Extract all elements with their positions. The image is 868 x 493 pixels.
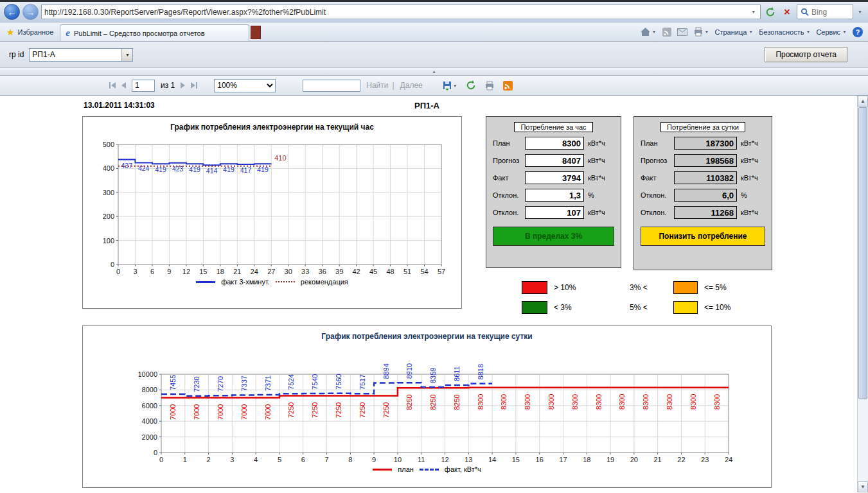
printer-icon: [693, 27, 704, 37]
find-input[interactable]: [303, 80, 360, 92]
find-link[interactable]: Найти: [366, 81, 388, 90]
hour-chart-legend: факт 3-хминут. рекомендация: [83, 278, 461, 286]
threshold-label: <= 5%: [704, 283, 727, 292]
svg-text:8611: 8611: [453, 366, 461, 381]
find-separator: |: [392, 81, 394, 90]
threshold-legend: > 10% 3% < <= 5% < 3% 5% < <= 10%: [522, 281, 792, 320]
svg-text:1: 1: [183, 456, 187, 463]
first-page-button[interactable]: [109, 82, 116, 89]
svg-text:7540: 7540: [311, 374, 319, 390]
svg-text:7000: 7000: [193, 404, 200, 420]
row-label: План: [641, 139, 674, 147]
fact-line-sample: [196, 281, 215, 283]
row-value: 1,3: [525, 189, 584, 202]
refresh-report-button[interactable]: [466, 80, 476, 91]
svg-text:45: 45: [369, 268, 377, 275]
search-box[interactable]: Bing: [797, 4, 853, 19]
report-parameter-bar: rp id РП1-А ▼ Просмотр отчета: [0, 42, 868, 68]
print-button[interactable]: ▼: [693, 27, 709, 37]
hour-chart-plot: 0369121518212427303336394245485154570100…: [83, 133, 461, 278]
previous-page-arrow-icon: [121, 82, 126, 89]
print-report-button[interactable]: [484, 81, 495, 91]
svg-text:8: 8: [348, 456, 352, 463]
svg-text:100: 100: [103, 237, 114, 245]
svg-text:7524: 7524: [287, 374, 295, 390]
parameter-splitter[interactable]: ▴: [0, 68, 868, 76]
report-viewer-toolbar: из 1 100% Найти | Далее ▼: [0, 76, 868, 96]
find-next-link[interactable]: Далее: [400, 81, 423, 90]
hour-chart-title: График потребления электроэнергии на тек…: [83, 123, 461, 132]
plan-line-sample: [373, 469, 392, 471]
home-icon: [640, 27, 651, 37]
tab-stub[interactable]: [251, 26, 261, 39]
browser-tab[interactable]: e PubLimit – Средство просмотра отчетов: [60, 24, 249, 41]
view-report-button[interactable]: Просмотр отчета: [765, 47, 847, 62]
svg-text:33: 33: [301, 268, 309, 275]
page-menu[interactable]: Страница ▼: [714, 28, 753, 36]
tools-menu[interactable]: Сервис ▼: [816, 28, 847, 36]
rp-id-select[interactable]: РП1-А ▼: [29, 48, 133, 62]
row-value: 198568: [674, 154, 737, 167]
row-unit: кВт*ч: [588, 174, 605, 182]
svg-text:8359: 8359: [429, 368, 437, 383]
export-dropdown-icon: ▼: [453, 83, 457, 88]
read-mail-button[interactable]: [677, 28, 687, 36]
refresh-button[interactable]: [763, 5, 777, 19]
forward-button[interactable]: →: [22, 4, 39, 20]
svg-text:39: 39: [335, 268, 343, 275]
svg-text:8300: 8300: [595, 394, 603, 410]
svg-text:8910: 8910: [405, 363, 413, 379]
scrollbar-thumb[interactable]: [858, 107, 867, 399]
svg-text:0: 0: [159, 456, 163, 463]
stop-button[interactable]: ×: [780, 5, 794, 19]
svg-text:21: 21: [654, 456, 662, 463]
search-icon: [801, 8, 809, 16]
svg-text:24: 24: [251, 268, 258, 275]
row-value: 8300: [525, 137, 584, 150]
refresh-report-icon: [466, 80, 476, 91]
last-page-button[interactable]: [191, 82, 197, 89]
tools-menu-label: Сервис: [816, 28, 840, 36]
forward-arrow-icon: →: [26, 7, 35, 17]
address-bar[interactable]: http://192.168.0.30/ReportServer/Pages/R…: [41, 4, 761, 19]
svg-text:419: 419: [223, 166, 235, 173]
svg-text:6: 6: [301, 456, 305, 463]
feeds-button[interactable]: [662, 28, 671, 37]
svg-text:7270: 7270: [217, 376, 224, 392]
next-page-button[interactable]: [181, 82, 185, 89]
page-number-input[interactable]: [132, 80, 155, 92]
previous-page-button[interactable]: [121, 82, 126, 89]
svg-text:8000: 8000: [142, 386, 157, 394]
row-label: Отклон.: [641, 209, 674, 216]
scroll-up-button[interactable]: ▲: [858, 96, 868, 107]
hour-deviation-kwh-row: Отклон. 107 кВт*ч: [493, 206, 616, 219]
svg-text:7250: 7250: [287, 402, 295, 418]
export-save-icon: [442, 80, 452, 91]
favorites-button[interactable]: ★ Избранное: [0, 22, 60, 41]
zoom-select[interactable]: 100%: [214, 79, 276, 92]
print-dropdown-icon: ▼: [705, 30, 709, 34]
scroll-down-button[interactable]: ▼: [858, 481, 868, 492]
svg-text:9: 9: [167, 268, 171, 275]
security-menu[interactable]: Безопасность ▼: [759, 28, 810, 36]
svg-text:8300: 8300: [618, 394, 626, 410]
report-body: 13.01.2011 14:31:03 РП1-А График потребл…: [0, 96, 868, 492]
back-arrow-icon: ←: [8, 7, 17, 17]
svg-text:24: 24: [725, 456, 732, 463]
export-button[interactable]: ▼: [442, 80, 457, 91]
day-status-badge: Понизить потребление: [641, 227, 765, 246]
row-value: 3794: [525, 171, 584, 184]
rp-id-dropdown-icon[interactable]: ▼: [121, 49, 132, 61]
vertical-scrollbar[interactable]: ▲ ▼: [857, 96, 868, 492]
svg-text:18: 18: [217, 268, 224, 275]
data-feed-button[interactable]: [503, 81, 513, 91]
address-dropdown-icon[interactable]: ▼: [749, 10, 757, 14]
day-forecast-row: Прогноз 198568 кВт*ч: [641, 154, 766, 167]
svg-text:7000: 7000: [169, 404, 177, 420]
home-button[interactable]: ▼: [640, 27, 657, 37]
search-dropdown-icon[interactable]: ▼: [856, 10, 864, 14]
threshold-label: > 10%: [554, 283, 630, 292]
back-button[interactable]: ←: [4, 4, 20, 20]
help-button[interactable]: ?: [853, 27, 863, 37]
row-value: 8407: [525, 154, 584, 167]
